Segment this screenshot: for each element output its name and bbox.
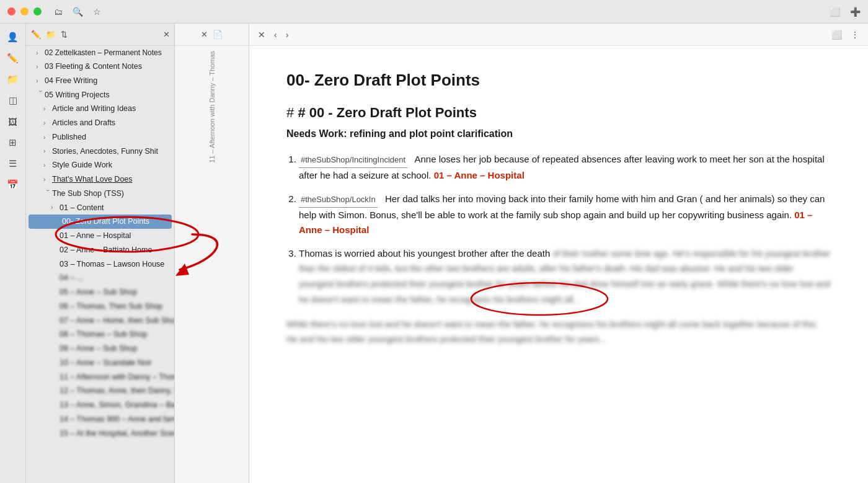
tree-item-published[interactable]: › Published [26, 130, 174, 144]
tree-item-label: 12 – Thomas, Anne, then Danny, Sub Shop … [60, 385, 174, 397]
file-list-count: 11 – Afternoon with Danny – Thomas [208, 51, 216, 163]
tree-item-content[interactable]: › 01 – Content [26, 201, 174, 215]
tree-item-label: 09 – Anne – Sub Shop [60, 343, 137, 355]
file-list-body: 11 – Afternoon with Danny – Thomas [175, 46, 249, 483]
folder-icon[interactable]: 🗂 [54, 7, 63, 17]
tree-item-zero-draft[interactable]: 00- Zero Draft Plot Points [29, 215, 172, 229]
tree-item-label: 02 – Anne – Battiato Home [60, 244, 152, 256]
titlebar-actions: 🗂 🔍 ☆ [54, 7, 101, 17]
file-list-pane: ✕ 📄 11 – Afternoon with Danny – Thomas [175, 24, 249, 483]
tree-item-love-does[interactable]: › That's What Love Does [26, 172, 174, 187]
titlebar-right: ⬜ ➕ [830, 7, 861, 17]
rail-calendar-icon[interactable]: 📅 [4, 176, 22, 193]
tree-item-label: 14 – Thomas 900 – Anne and family, Hospi… [60, 414, 174, 425]
fullscreen-button[interactable] [33, 7, 42, 16]
tree-item-anne-hospital[interactable]: 01 – Anne – Hospital [26, 229, 174, 243]
tree-item-label: 15 – At the Hospital, Another Scene... [60, 428, 174, 440]
sort-icon[interactable]: ⇅ [61, 30, 68, 39]
titlebar: 🗂 🔍 ☆ ⬜ ➕ [0, 0, 868, 24]
tag-link-1[interactable]: #theSubShop/IncitingIncident [299, 153, 407, 168]
secondary-toolbar: ✏️ 📁 ⇅ ✕ [26, 24, 175, 46]
document-title: 00- Zero Draft Plot Points [286, 71, 831, 90]
close-editor-button[interactable]: ✕ [257, 29, 267, 41]
rail-notes-icon[interactable]: 👤 [4, 29, 22, 46]
minimize-button[interactable] [20, 7, 29, 16]
tree-item-label: 11 – Afternoon with Danny – Thomas [60, 371, 174, 383]
tree-item-writing-projects[interactable]: › 05 Writing Projects [26, 88, 174, 102]
rail-edit-icon[interactable]: ✏️ [4, 50, 22, 67]
reader-view-button[interactable]: ⬜ [830, 29, 843, 41]
tree-item-thomas-subshop[interactable]: 06 – Thomas, Then Sub Shop [26, 299, 174, 314]
tree-item-label: 13 – Anne, Simon, Grandma – Back Home ag… [60, 399, 174, 411]
tree-item-label: 02 Zettelkasten – Permanent Notes [45, 47, 162, 58]
more-options-button[interactable]: ⋮ [849, 29, 861, 41]
list-item-3-text: Thomas is worried about his youngest bro… [299, 248, 552, 259]
tree-item-thomas-900[interactable]: 14 – Thomas 900 – Anne and family, Hospi… [26, 412, 174, 427]
tree-item-anne-subshop[interactable]: 05 – Anne – Sub Shop [26, 285, 174, 299]
tree-item-anne-sub2[interactable]: 09 – Anne – Sub Shop [26, 342, 174, 356]
tree-item-articles-drafts[interactable]: › Articles and Drafts [26, 116, 174, 130]
tree-item-anne-simon[interactable]: 13 – Anne, Simon, Grandma – Back Home ag… [26, 398, 174, 412]
forward-button[interactable]: › [285, 29, 290, 41]
tree-item-thomas-anne[interactable]: 12 – Thomas, Anne, then Danny, Sub Shop … [26, 384, 174, 398]
tree-item-label: Article and Writing Ideas [52, 103, 136, 115]
edit-icon[interactable]: ✏️ [31, 30, 41, 39]
tree-item-article-ideas[interactable]: › Article and Writing Ideas [26, 102, 174, 116]
list-item-2-text: Her dad talks her into moving back into … [299, 193, 825, 220]
tree-item-anne-scandale[interactable]: 10 – Anne – Scandale Noir [26, 356, 174, 370]
tree-item-label: 03 – Thomas – Lawson House [60, 259, 164, 270]
file-list-header: ✕ 📄 [175, 24, 249, 46]
document-h1: # # 00 - Zero Draft Plot Points [286, 105, 831, 121]
close-panel-icon[interactable]: ✕ [201, 30, 208, 39]
tree-item-style-guide[interactable]: › Style Guide Work [26, 158, 174, 172]
document-subtitle: Needs Work: refining and plot point clar… [286, 128, 831, 140]
tree-item-zettelkasten[interactable]: › 02 Zettelkasten – Permanent Notes [26, 46, 174, 60]
rail-grid-icon[interactable]: ⊞ [4, 134, 22, 151]
bookmark-icon[interactable]: ☆ [93, 7, 101, 17]
close-button[interactable] [7, 7, 16, 16]
add-tab-icon[interactable]: ➕ [850, 7, 861, 17]
tree-item-hospital-scene[interactable]: 15 – At the Hospital, Another Scene... [26, 427, 174, 441]
rail-folder-icon[interactable]: 📁 [4, 71, 22, 88]
editor-content: 00- Zero Draft Plot Points # # 00 - Zero… [249, 46, 868, 483]
editor-toolbar: ✕ ‹ › ⬜ ⋮ [249, 24, 868, 46]
tree-item-label: 03 Fleeting & Content Notes [45, 61, 142, 73]
rail-layers-icon[interactable]: ◫ [4, 92, 22, 109]
tree-item-label: 08 – Thomas – Sub Shop [60, 329, 148, 340]
editor-pane: ✕ ‹ › ⬜ ⋮ 00- Zero Draft Plot Points # #… [249, 24, 868, 483]
tag-link-2[interactable]: #theSubShop/LockIn [299, 193, 378, 208]
tree-item-afternoon-danny[interactable]: 11 – Afternoon with Danny – Thomas [26, 370, 174, 384]
tree-item-label: 06 – Thomas, Then Sub Shop [60, 301, 162, 312]
tree-item-file04[interactable]: 04 – ... [26, 271, 174, 285]
close-sidebar-icon[interactable]: ✕ [163, 30, 170, 39]
icon-rail: 👤 ✏️ 📁 ◫ 🖼 ⊞ ☰ 📅 [0, 24, 26, 483]
tree-item-sub-shop[interactable]: › The Sub Shop (TSS) [26, 187, 174, 201]
panel-toggle-icon[interactable]: ⬜ [830, 7, 840, 17]
tree-item-label: 04 – ... [60, 272, 83, 284]
tree-item-label: 05 Writing Projects [45, 89, 110, 101]
tree-item-label: 01 – Anne – Hospital [60, 230, 131, 242]
note-icon[interactable]: 📄 [213, 30, 223, 39]
tree-item-stories[interactable]: › Stories, Anecdotes, Funny Shit [26, 144, 174, 159]
list-item-2: #theSubShop/LockIn Her dad talks her int… [299, 192, 831, 237]
tree-item-thomas-lawson[interactable]: 03 – Thomas – Lawson House [26, 257, 174, 272]
tree-item-freewriting[interactable]: › 04 Free Writing [26, 74, 174, 88]
tree-item-label: The Sub Shop (TSS) [52, 188, 124, 200]
tree-item-fleeting[interactable]: › 03 Fleeting & Content Notes [26, 60, 174, 74]
tree-item-thomas-sub[interactable]: 08 – Thomas – Sub Shop [26, 327, 174, 342]
rail-list-icon[interactable]: ☰ [4, 155, 22, 172]
rail-image-icon[interactable]: 🖼 [4, 113, 22, 130]
tree-item-label: Stories, Anecdotes, Funny Shit [52, 146, 158, 157]
search-icon[interactable]: 🔍 [73, 7, 83, 17]
tree-item-label: Articles and Drafts [52, 117, 115, 129]
tree-item-anne-battiato[interactable]: 02 – Anne – Battiato Home [26, 243, 174, 257]
list-item-1: #theSubShop/IncitingIncident Anne loses … [299, 152, 831, 183]
back-button[interactable]: ‹ [273, 29, 278, 41]
new-folder-icon[interactable]: 📁 [46, 30, 56, 39]
red-link-1[interactable]: 01 – Anne – Hospital [434, 170, 525, 180]
tree-item-label: 00- Zero Draft Plot Points [62, 216, 149, 228]
tree-item-label: Style Guide Work [52, 159, 112, 171]
tree-item-anne-home[interactable]: 07 – Anne – Home, then Sub Shop [26, 314, 174, 328]
tree-item-label: That's What Love Does [52, 174, 133, 185]
tree-item-label: 05 – Anne – Sub Shop [60, 286, 137, 298]
